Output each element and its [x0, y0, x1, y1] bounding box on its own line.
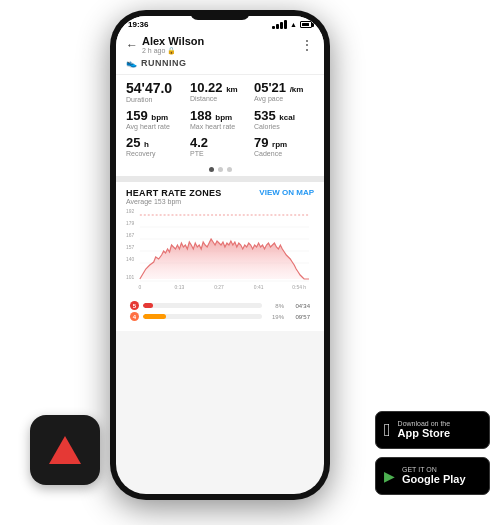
- stat-calories-value: 535 kcal: [254, 109, 314, 122]
- chart-header: HEART RATE ZONES Average 153 bpm VIEW ON…: [126, 188, 314, 205]
- phone-screen: 19:36 ▲: [116, 16, 324, 494]
- app-store-small-text: Download on the: [398, 420, 451, 427]
- activity-row: 👟 RUNNING: [126, 58, 314, 68]
- chart-subtitle: Average 153 bpm: [126, 198, 222, 205]
- svg-text:0:27: 0:27: [214, 285, 224, 290]
- stat-recovery-label: Recovery: [126, 150, 186, 157]
- stats-section: 54'47.0 Duration 10.22 km Distance 05'21…: [116, 75, 324, 163]
- stat-distance-value: 10.22 km: [190, 81, 250, 94]
- signal-bar-2: [276, 24, 279, 29]
- stat-distance: 10.22 km Distance: [190, 81, 250, 103]
- user-info: Alex Wilson 2 h ago 🔒: [138, 35, 300, 55]
- zone-5-pct: 8%: [266, 303, 284, 309]
- stat-calories-label: Calories: [254, 123, 314, 130]
- stat-cadence-value: 79 rpm: [254, 136, 314, 149]
- svg-text:157: 157: [126, 245, 134, 250]
- stat-pte: 4.2 PTE: [190, 136, 250, 157]
- dot-2: [218, 167, 223, 172]
- heart-rate-chart: 192 179 167 157 140 101: [126, 207, 314, 297]
- zone-4-time: 09'57: [288, 314, 310, 320]
- app-header: ← Alex Wilson 2 h ago 🔒 ⋮ 👟 RUNNING: [116, 31, 324, 75]
- zone-row-4: 4 19% 09'57: [126, 312, 314, 321]
- zone-4-fill: [143, 314, 166, 319]
- signal-bar-4: [284, 20, 287, 29]
- stat-pace-value: 05'21 /km: [254, 81, 314, 94]
- user-name: Alex Wilson: [142, 35, 300, 47]
- stat-avg-hr-value: 159 bpm: [126, 109, 186, 122]
- apple-icon: : [384, 420, 391, 441]
- zone-4-pct: 19%: [266, 314, 284, 320]
- app-icon-triangle: [49, 436, 81, 464]
- stat-max-hr-label: Max heart rate: [190, 123, 250, 130]
- app-store-text: Download on the App Store: [398, 420, 451, 440]
- svg-text:167: 167: [126, 233, 134, 238]
- stat-pte-value: 4.2: [190, 136, 250, 149]
- signal-bar-3: [280, 22, 283, 29]
- stat-distance-label: Distance: [190, 95, 250, 102]
- zone-5-fill: [143, 303, 153, 308]
- svg-text:0:13: 0:13: [175, 285, 185, 290]
- phone-notch: [190, 10, 250, 20]
- status-time: 19:36: [128, 20, 148, 29]
- app-store-big-text: App Store: [398, 427, 451, 440]
- svg-text:0: 0: [138, 285, 141, 290]
- google-play-big-text: Google Play: [402, 473, 466, 486]
- running-icon: 👟: [126, 58, 137, 68]
- battery-fill: [302, 23, 309, 26]
- status-icons: ▲: [272, 20, 312, 29]
- more-menu-button[interactable]: ⋮: [300, 37, 314, 53]
- dot-3: [227, 167, 232, 172]
- stat-duration: 54'47.0 Duration: [126, 81, 186, 103]
- stat-pace-label: Avg pace: [254, 95, 314, 102]
- stat-recovery: 25 h Recovery: [126, 136, 186, 157]
- svg-text:140: 140: [126, 257, 134, 262]
- stat-avg-hr-label: Avg heart rate: [126, 123, 186, 130]
- back-button[interactable]: ←: [126, 38, 138, 52]
- header-top: ← Alex Wilson 2 h ago 🔒 ⋮: [126, 35, 314, 55]
- page-dots: [116, 163, 324, 176]
- stat-max-hr: 188 bpm Max heart rate: [190, 109, 250, 130]
- stat-duration-label: Duration: [126, 96, 186, 103]
- app-store-badge[interactable]:  Download on the App Store: [375, 411, 490, 449]
- stat-recovery-value: 25 h: [126, 136, 186, 149]
- stat-cadence-label: Cadence: [254, 150, 314, 157]
- phone-wrapper: 19:36 ▲: [110, 10, 330, 500]
- stat-duration-value: 54'47.0: [126, 81, 186, 95]
- zone-4-bar: [143, 314, 262, 319]
- stat-calories: 535 kcal Calories: [254, 109, 314, 130]
- svg-text:0:54 h: 0:54 h: [292, 285, 306, 290]
- stat-avg-hr: 159 bpm Avg heart rate: [126, 109, 186, 130]
- main-container: 19:36 ▲: [0, 0, 504, 525]
- stat-cadence: 79 rpm Cadence: [254, 136, 314, 157]
- store-badges:  Download on the App Store ▶ GET IT ON …: [375, 411, 490, 495]
- svg-text:101: 101: [126, 275, 134, 280]
- zone-5-num: 5: [130, 301, 139, 310]
- zone-row-5: 5 8% 04'34: [126, 301, 314, 310]
- zone-4-num: 4: [130, 312, 139, 321]
- chart-title: HEART RATE ZONES: [126, 188, 222, 198]
- stat-max-hr-value: 188 bpm: [190, 109, 250, 122]
- chart-title-group: HEART RATE ZONES Average 153 bpm: [126, 188, 222, 205]
- svg-text:192: 192: [126, 209, 134, 214]
- stat-pace: 05'21 /km Avg pace: [254, 81, 314, 103]
- dot-1: [209, 167, 214, 172]
- chart-svg: 192 179 167 157 140 101: [126, 207, 314, 297]
- google-play-badge[interactable]: ▶ GET IT ON Google Play: [375, 457, 490, 495]
- zone-5-bar: [143, 303, 262, 308]
- battery-icon: [300, 21, 312, 28]
- chart-section: HEART RATE ZONES Average 153 bpm VIEW ON…: [116, 182, 324, 331]
- phone-mockup: 19:36 ▲: [110, 10, 330, 500]
- user-time: 2 h ago 🔒: [142, 47, 300, 55]
- google-play-icon: ▶: [384, 468, 395, 484]
- stats-grid: 54'47.0 Duration 10.22 km Distance 05'21…: [126, 81, 314, 157]
- stat-pte-label: PTE: [190, 150, 250, 157]
- google-play-small-text: GET IT ON: [402, 466, 466, 473]
- view-on-map-button[interactable]: VIEW ON MAP: [259, 188, 314, 197]
- zone-5-time: 04'34: [288, 303, 310, 309]
- svg-text:179: 179: [126, 221, 134, 226]
- activity-label: RUNNING: [141, 58, 187, 68]
- app-icon-wrapper: [30, 415, 100, 485]
- svg-text:0:41: 0:41: [254, 285, 264, 290]
- app-icon: [30, 415, 100, 485]
- google-play-text: GET IT ON Google Play: [402, 466, 466, 486]
